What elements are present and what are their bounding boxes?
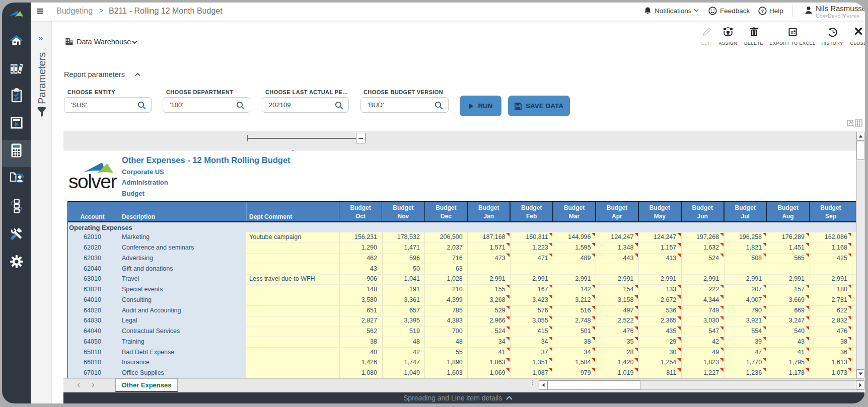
svg-text:x: x xyxy=(790,30,793,35)
svg-text:?: ? xyxy=(761,8,764,14)
